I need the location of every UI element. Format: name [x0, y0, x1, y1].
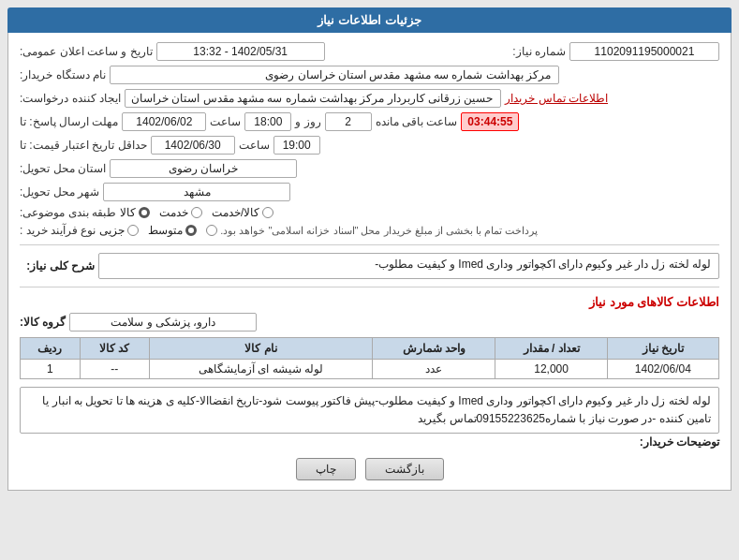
cell-tedad: 12,000 — [495, 360, 607, 379]
notes-value: لوله لخته زل دار غیر وکیوم دارای اکچواتو… — [20, 387, 719, 434]
noeFarayand-radio-jozi — [127, 225, 139, 236]
items-table: تاریخ نیاز تعداد / مقدار واحد شمارش نام … — [20, 337, 719, 379]
row-sharh: لوله لخته زل دار غیر وکیوم دارای اکچواتو… — [20, 253, 719, 279]
page-header: جزئیات اطلاعات نیاز — [7, 7, 732, 33]
noeFarayand-option-jozi-label: جزیی — [99, 224, 125, 237]
tabaghe-radio-khadamat — [262, 207, 273, 218]
row-hadaghal: 19:00 ساعت 1402/06/30 حداقل تاریخ اعتبار… — [20, 136, 719, 155]
col-radif: ردیف — [21, 338, 81, 360]
tabaghe-option-khedmat-label: خدمت — [159, 206, 188, 219]
tabaghe-radio-khedmat — [191, 207, 202, 218]
mohlat-label: مهلت ارسال پاسخ: تا — [20, 115, 118, 128]
col-tedad: تعداد / مقدار — [495, 338, 607, 360]
row-mohlat: 03:44:55 ساعت باقی مانده 2 روز و 18:00 س… — [20, 112, 719, 131]
ijad-link[interactable]: اطلاعات تماس خریدار — [505, 92, 608, 105]
tabaghe-label: طبقه بندی موضوعی: — [20, 206, 116, 219]
shahr-label: شهر محل تحویل: — [20, 185, 99, 199]
col-nam-kala: نام کالا — [149, 338, 372, 360]
cell-nam-kala: لوله شیشه ای آزمایشگاهی — [149, 360, 372, 379]
row-group: دارو، پزشکی و سلامت گروه کالا: — [20, 313, 719, 332]
cell-vahed: عدد — [373, 360, 495, 379]
sharh-label: شرح کلی نیاز: — [20, 259, 95, 273]
print-button[interactable]: چاپ — [296, 458, 356, 480]
mohlat-saat-label: ساعت — [210, 115, 241, 128]
tabaghe-option-khadamat-label: کالا/خدمت — [212, 206, 259, 219]
row-ijad: اطلاعات تماس خریدار حسین زرقانی کاربردار… — [20, 89, 719, 108]
cell-tarikh-niaz: 1402/06/04 — [607, 360, 718, 379]
noeFarayand-label: نوع فرآیند خرید : — [20, 224, 96, 237]
mohlat-saat-value: 18:00 — [244, 112, 291, 131]
shomare-niaz-value: 1102091195000021 — [569, 42, 719, 61]
tarikh-value: 1402/05/31 - 13:32 — [156, 42, 325, 61]
col-tarikh-niaz: تاریخ نیاز — [607, 338, 718, 360]
noeFarayand-option-text: پرداخت تمام با بخشی از مبلغ خریدار محل "… — [206, 225, 538, 237]
noeFarayand-radio-group: پرداخت تمام با بخشی از مبلغ خریدار محل "… — [99, 224, 538, 237]
notes-label: توضیحات خریدار: — [640, 435, 719, 449]
row-shahr: مشهد شهر محل تحویل: — [20, 183, 719, 201]
tabaghe-option-khedmat[interactable]: خدمت — [159, 206, 202, 219]
cell-radif: 1 — [21, 360, 81, 379]
mohlat-date-value: 1402/06/02 — [122, 112, 206, 131]
mohlat-ruz-label: روز و — [295, 115, 320, 128]
table-header-row: تاریخ نیاز تعداد / مقدار واحد شمارش نام … — [21, 338, 719, 360]
divider-1 — [20, 244, 719, 245]
row-ostan: خراسان رضوی استان محل تحویل: — [20, 159, 719, 178]
row-namdastgah: مرکز بهداشت شماره سه مشهد مقدس استان خرا… — [20, 66, 719, 84]
table-row: 1402/06/04 12,000 عدد لوله شیشه ای آزمای… — [21, 360, 719, 379]
col-kod-kala: کد کالا — [80, 338, 149, 360]
noeFarayand-option-motevaset[interactable]: متوسط — [148, 224, 197, 237]
tabaghe-option-kala-label: کالا — [120, 206, 136, 219]
tabaghe-option-kala[interactable]: کالا — [120, 206, 150, 219]
tabaghe-option-khadamat[interactable]: کالا/خدمت — [212, 206, 273, 219]
namdastgah-value: مرکز بهداشت شماره سه مشهد مقدس استان خرا… — [110, 66, 559, 84]
tabaghe-radio-kala — [139, 207, 150, 218]
sharh-value: لوله لخته زل دار غیر وکیوم دارای اکچواتو… — [98, 253, 719, 279]
mohlat-ruz-value: 2 — [325, 112, 372, 131]
page-container: جزئیات اطلاعات نیاز 1102091195000021 شما… — [0, 0, 739, 560]
row-noeFarayand: پرداخت تمام با بخشی از مبلغ خریدار محل "… — [20, 224, 719, 237]
noeFarayand-radio-motevaset — [185, 225, 197, 236]
row-shomareNiaz: 1102091195000021 شماره نیاز: 1402/05/31 … — [20, 42, 719, 61]
mohlat-mande-value: 03:44:55 — [461, 112, 519, 131]
group-label: گروه کالا: — [20, 316, 66, 329]
hadaghal-label: حداقل تاریخ اعتبار قیمت: تا — [20, 139, 147, 152]
hadaghal-date-value: 1402/06/30 — [151, 136, 235, 155]
namdastgah-label: نام دستگاه خریدار: — [20, 68, 106, 81]
ijad-value: حسین زرقانی کاربردار مرکز بهداشت شماره س… — [125, 89, 501, 108]
section-title-kala: اطلاعات کالاهای مورد نیاز — [20, 295, 719, 309]
divider-2 — [20, 287, 719, 287]
noeFarayand-option-motevaset-label: متوسط — [148, 224, 183, 237]
noeFarayand-option-jozi[interactable]: جزیی — [99, 224, 139, 237]
hadaghal-saat-value: 19:00 — [273, 136, 320, 155]
shahr-value: مشهد — [103, 183, 290, 201]
noeFarayand-radio-text — [206, 225, 217, 236]
row-tabaghe: کالا/خدمت خدمت کالا طبقه بندی موضوعی: — [20, 206, 719, 219]
col-vahed: واحد شمارش — [373, 338, 495, 360]
notes-section: لوله لخته زل دار غیر وکیوم دارای اکچواتو… — [20, 387, 719, 449]
tabaghe-radio-group: کالا/خدمت خدمت کالا — [120, 206, 273, 219]
header-title: جزئیات اطلاعات نیاز — [318, 13, 421, 27]
hadaghal-saat-label: ساعت — [239, 139, 270, 152]
main-card: 1102091195000021 شماره نیاز: 1402/05/31 … — [7, 33, 732, 491]
ostan-label: استان محل تحویل: — [20, 162, 106, 175]
shomare-niaz-label: شماره نیاز: — [512, 45, 566, 58]
buttons-row: بازگشت چاپ — [20, 458, 719, 480]
cell-kod-kala: -- — [80, 360, 149, 379]
mohlat-mande-label: ساعت باقی مانده — [376, 115, 458, 128]
tarikh-label: تاریخ و ساعت اعلان عمومی: — [20, 45, 153, 58]
ijad-label: ایجاد کننده درخواست: — [20, 92, 121, 105]
back-button[interactable]: بازگشت — [365, 458, 444, 480]
noeFarayand-option-text-label: پرداخت تمام با بخشی از مبلغ خریدار محل "… — [220, 225, 538, 237]
ostan-value: خراسان رضوی — [110, 159, 297, 178]
group-value: دارو، پزشکی و سلامت — [69, 313, 257, 332]
